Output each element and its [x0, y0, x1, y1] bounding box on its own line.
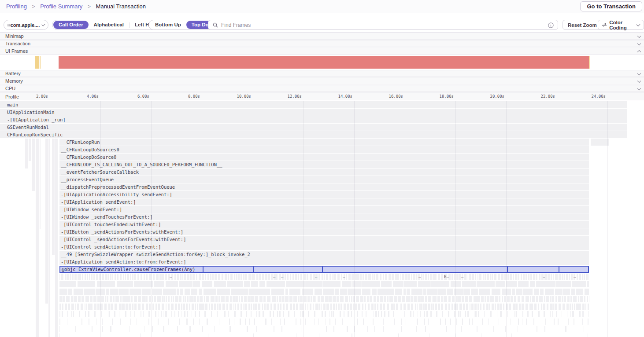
flame-frame[interactable]: [452, 304, 452, 310]
flame-frame[interactable]: [108, 311, 108, 317]
flame-frame[interactable]: [154, 296, 156, 302]
flame-frame[interactable]: [406, 319, 407, 325]
flame-frame[interactable]: [163, 311, 163, 317]
flame-frame[interactable]: [527, 311, 529, 317]
flame-frame[interactable]: [483, 304, 485, 310]
flame-frame[interactable]: [259, 311, 260, 317]
flame-frame[interactable]: [367, 326, 368, 332]
flame-frame[interactable]: [81, 304, 83, 310]
flame-frame[interactable]: [165, 311, 167, 317]
flame-frame[interactable]: [78, 281, 95, 287]
flame-frame[interactable]: [108, 274, 109, 280]
flame-frame[interactable]: -[UIApplication sendEvent:]: [59, 198, 589, 205]
flame-frame[interactable]: [456, 319, 458, 325]
flame-frame[interactable]: [519, 304, 521, 310]
flame-frame[interactable]: [456, 274, 459, 280]
flame-frame[interactable]: [322, 311, 323, 317]
flame-frame[interactable]: [102, 326, 103, 332]
flame-frame[interactable]: [582, 311, 584, 317]
flame-frame[interactable]: [270, 304, 272, 310]
flame-frame[interactable]: [507, 296, 510, 302]
flame-frame[interactable]: [29, 139, 31, 161]
flame-frame[interactable]: [285, 296, 289, 302]
flame-frame[interactable]: [266, 281, 285, 287]
flame-frame[interactable]: [353, 296, 355, 302]
flame-frame[interactable]: [168, 319, 169, 325]
flame-frame[interactable]: [85, 311, 86, 317]
flame-frame[interactable]: [394, 296, 397, 302]
flame-frame[interactable]: [117, 281, 133, 287]
flame-frame[interactable]: [424, 319, 425, 325]
flame-frame[interactable]: [420, 311, 421, 317]
flame-frame[interactable]: [347, 304, 349, 310]
flame-frame[interactable]: [410, 311, 411, 317]
flame-frame[interactable]: [515, 274, 517, 280]
flame-frame[interactable]: [244, 304, 247, 310]
flame-frame[interactable]: [275, 274, 278, 280]
flame-frame[interactable]: [71, 296, 73, 302]
flame-frame[interactable]: [59, 311, 60, 317]
flame-frame[interactable]: [59, 304, 61, 310]
flame-frame[interactable]: [90, 296, 92, 302]
flame-frame[interactable]: [174, 274, 176, 280]
flame-frame[interactable]: [398, 296, 400, 302]
flame-frame[interactable]: [387, 296, 389, 302]
flame-frame[interactable]: [544, 326, 546, 332]
flame-frame[interactable]: [146, 274, 148, 280]
flame-frame[interactable]: [565, 326, 566, 332]
flame-frame[interactable]: [59, 296, 63, 302]
flame-frame[interactable]: [375, 311, 377, 317]
flame-frame[interactable]: [398, 311, 398, 317]
flame-frame[interactable]: [484, 311, 485, 317]
color-coding-dropdown[interactable]: Color Coding: [598, 20, 644, 30]
flame-frame[interactable]: [211, 311, 212, 317]
flame-frame[interactable]: [48, 139, 50, 337]
flame-frame[interactable]: [100, 304, 103, 310]
flame-frame[interactable]: [433, 304, 434, 310]
flame-frame[interactable]: [431, 304, 433, 310]
flame-frame[interactable]: [576, 304, 579, 310]
flame-frame[interactable]: [219, 319, 219, 325]
flame-frame[interactable]: [505, 326, 506, 332]
flame-frame[interactable]: [185, 289, 190, 295]
flame-frame[interactable]: [319, 333, 319, 337]
flame-frame[interactable]: [146, 304, 148, 310]
flame-frame[interactable]: [393, 304, 395, 310]
flame-frame[interactable]: [411, 274, 412, 280]
flame-frame[interactable]: [65, 304, 67, 310]
flame-frame[interactable]: [570, 304, 571, 310]
flame-frame[interactable]: [166, 304, 167, 310]
flame-frame[interactable]: [418, 296, 421, 302]
flame-frame[interactable]: [459, 304, 461, 310]
flame-frame[interactable]: [574, 319, 575, 325]
flame-frame[interactable]: [352, 274, 354, 280]
flame-frame[interactable]: [76, 319, 76, 325]
flame-frame[interactable]: [477, 281, 495, 287]
flame-frame[interactable]: [417, 304, 418, 310]
flame-frame[interactable]: [428, 319, 429, 325]
flame-frame[interactable]: [214, 281, 226, 287]
flame-frame[interactable]: [162, 304, 164, 310]
flame-frame[interactable]: [487, 274, 489, 280]
flame-frame[interactable]: [365, 274, 367, 280]
flame-frame[interactable]: [355, 304, 357, 310]
flame-frame[interactable]: [101, 311, 102, 317]
flame-frame[interactable]: [472, 319, 473, 325]
flame-frame[interactable]: [316, 326, 317, 332]
flame-frame[interactable]: [279, 311, 281, 317]
flame-frame[interactable]: [537, 326, 538, 332]
flame-frame[interactable]: [138, 296, 141, 302]
flame-frame[interactable]: [500, 311, 502, 317]
flame-frame[interactable]: [256, 311, 257, 317]
flame-frame[interactable]: [472, 274, 474, 280]
flame-frame[interactable]: [81, 319, 82, 325]
flame-frame[interactable]: [351, 311, 352, 317]
flame-frame[interactable]: [251, 281, 258, 287]
flame-frame[interactable]: [183, 296, 184, 302]
flame-frame[interactable]: [130, 326, 130, 332]
flame-frame[interactable]: [544, 311, 545, 317]
flame-frame[interactable]: [474, 311, 474, 317]
flame-frame[interactable]: [534, 304, 537, 310]
flame-frame[interactable]: [497, 304, 500, 310]
flame-frame[interactable]: [196, 274, 197, 280]
